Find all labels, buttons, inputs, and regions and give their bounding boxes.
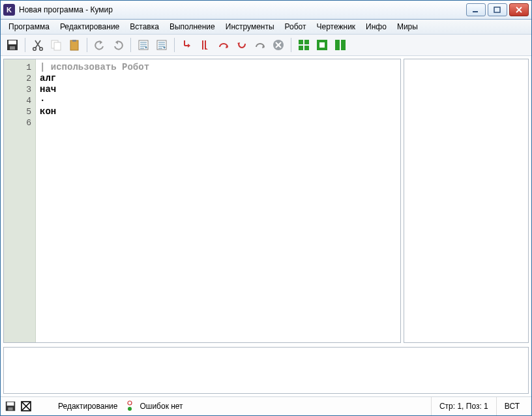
paste-icon[interactable]: [66, 37, 82, 53]
toolbar-separator: [291, 38, 291, 52]
world-full-icon[interactable]: [332, 37, 348, 53]
menu-insert[interactable]: Вставка: [125, 20, 164, 33]
menu-drawer[interactable]: Чертежник: [312, 20, 361, 33]
status-cursor: Стр: 1, Поз: 1: [431, 397, 496, 415]
gutter-line: 5: [4, 106, 31, 117]
code-line: нач: [40, 84, 56, 95]
app-icon: K: [3, 4, 15, 16]
undo-icon[interactable]: [92, 37, 108, 53]
close-button[interactable]: [509, 3, 529, 16]
status-bar: Редактирование Ошибок нет Стр: 1, Поз: 1…: [1, 396, 531, 415]
world-wall-icon[interactable]: [314, 37, 330, 53]
gutter-line: 3: [4, 84, 31, 95]
toolbar-separator: [25, 38, 25, 52]
svg-point-27: [128, 407, 132, 411]
save-icon[interactable]: [5, 37, 20, 53]
minimize-button[interactable]: [466, 3, 486, 16]
status-left: [5, 400, 32, 412]
svg-rect-21: [341, 40, 346, 50]
status-errors: Ошибок нет: [140, 402, 183, 411]
save-status-icon: [5, 400, 16, 412]
menu-tools[interactable]: Инструменты: [220, 20, 280, 33]
svg-rect-23: [7, 402, 14, 406]
gutter-line: 2: [4, 73, 31, 84]
step-over-icon[interactable]: [216, 37, 231, 53]
menu-worlds[interactable]: Миры: [392, 20, 423, 33]
menu-bar: Программа Редактирование Вставка Выполне…: [1, 20, 531, 35]
redo-icon[interactable]: [110, 37, 126, 53]
menu-info[interactable]: Инфо: [361, 20, 392, 33]
stop-icon[interactable]: [271, 37, 286, 53]
remove-block-icon[interactable]: [154, 37, 170, 53]
svg-rect-0: [473, 11, 478, 12]
status-insert-mode: ВСТ: [496, 397, 527, 415]
toolbar-separator: [87, 38, 87, 52]
menu-program[interactable]: Программа: [3, 20, 55, 33]
maximize-button[interactable]: [488, 3, 507, 16]
status-mode: Редактирование: [58, 402, 117, 411]
menu-robot[interactable]: Робот: [280, 20, 312, 33]
title-bar: K Новая программа - Кумир: [1, 1, 531, 20]
code-editor[interactable]: 1 2 3 4 5 6 | использовать Робот алг нач…: [3, 59, 401, 343]
content-area: 1 2 3 4 5 6 | использовать Робот алг нач…: [1, 56, 531, 396]
run-continuous-icon[interactable]: [198, 37, 213, 53]
gutter-line: 6: [4, 117, 31, 128]
svg-point-26: [128, 401, 132, 405]
code-comment: использовать Робот: [51, 62, 149, 72]
svg-rect-19: [319, 42, 325, 48]
svg-rect-14: [299, 40, 303, 44]
svg-point-6: [40, 48, 43, 51]
svg-rect-8: [54, 42, 61, 50]
svg-rect-16: [299, 46, 303, 50]
app-window: K Новая программа - Кумир Программа Реда…: [0, 0, 532, 416]
svg-rect-20: [335, 40, 340, 50]
svg-rect-1: [494, 7, 500, 12]
side-panel: [404, 59, 529, 343]
svg-point-5: [33, 48, 37, 51]
svg-rect-17: [304, 46, 309, 50]
toolbar-separator: [174, 38, 175, 52]
modified-status-icon: [20, 400, 32, 412]
svg-rect-15: [304, 40, 309, 44]
world-grid-icon[interactable]: [296, 37, 312, 53]
menu-edit[interactable]: Редактирование: [55, 20, 125, 33]
traffic-light-icon: [126, 400, 133, 413]
window-controls: [466, 3, 529, 16]
gutter-line: 4: [4, 95, 31, 106]
step-into-icon[interactable]: [234, 37, 250, 53]
run-regular-icon[interactable]: [179, 37, 195, 53]
copy-icon[interactable]: [48, 37, 64, 53]
menu-run[interactable]: Выполнение: [164, 20, 220, 33]
code-line: кон: [40, 106, 56, 117]
svg-rect-9: [70, 40, 78, 50]
gutter-line: 1: [4, 62, 31, 73]
svg-rect-10: [72, 40, 76, 42]
window-title: Новая программа - Кумир: [19, 5, 466, 14]
code-line: ·: [40, 95, 45, 106]
run-to-cursor-icon[interactable]: [252, 37, 268, 53]
toolbar-separator: [130, 38, 131, 52]
svg-rect-4: [10, 46, 15, 50]
cut-icon[interactable]: [30, 37, 46, 53]
output-panel[interactable]: [3, 347, 529, 394]
editor-row: 1 2 3 4 5 6 | использовать Робот алг нач…: [3, 59, 529, 343]
toolbar: [1, 35, 531, 56]
svg-rect-3: [8, 40, 16, 44]
insert-block-icon[interactable]: [136, 37, 151, 53]
line-gutter: 1 2 3 4 5 6: [4, 59, 36, 342]
code-area[interactable]: | использовать Робот алг нач · кон: [36, 59, 400, 342]
code-line: алг: [40, 73, 56, 83]
svg-rect-24: [8, 408, 12, 411]
